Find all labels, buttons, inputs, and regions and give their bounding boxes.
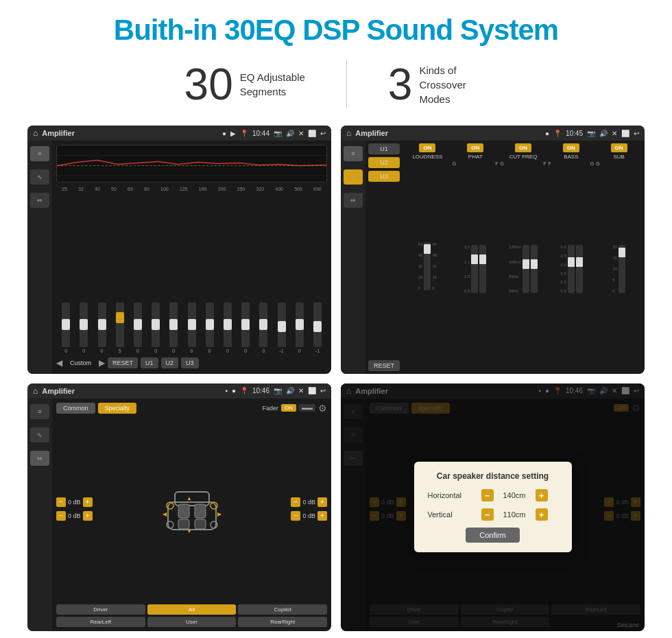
vol-icon-1[interactable]: 🔊	[286, 130, 294, 137]
back-icon-3[interactable]: ↩	[320, 387, 326, 394]
horizontal-minus[interactable]: −	[481, 489, 494, 501]
loudness-section: ON LOUDNESS 64 48 32 16 0	[405, 143, 451, 371]
window-icon-1[interactable]: ⬜	[308, 130, 316, 137]
u2-button-1[interactable]: U2	[161, 357, 179, 368]
close-icon-3[interactable]: ✕	[298, 387, 304, 394]
home-icon-3[interactable]: ⌂	[33, 386, 38, 396]
sidebar-btn-vol-3[interactable]: ⇔	[30, 451, 49, 466]
custom-label: Custom	[65, 357, 96, 368]
driver-btn-3[interactable]: Driver	[56, 604, 145, 615]
settings-icon-3[interactable]: ⚙	[318, 403, 327, 414]
fader-slider-3[interactable]: ▬▬	[299, 404, 315, 412]
cutfreq-toggle[interactable]: ON	[515, 143, 531, 152]
bass-slider-g[interactable]	[576, 245, 583, 293]
confirm-button[interactable]: Confirm	[466, 528, 520, 543]
reset-btn-2[interactable]: RESET	[368, 360, 400, 371]
phat-toggle[interactable]: ON	[467, 143, 483, 152]
prev-arrow[interactable]: ◀	[56, 358, 62, 368]
copilot-btn-3[interactable]: Copilot	[238, 604, 327, 615]
db-minus-2[interactable]: −	[56, 511, 66, 521]
pin-icon-2: 📍	[553, 130, 562, 137]
phat-slider-f[interactable]	[479, 245, 486, 293]
svg-text:▲: ▲	[187, 495, 192, 501]
tab-specialty-3[interactable]: Specialty	[98, 403, 137, 414]
db-minus-4[interactable]: −	[291, 511, 300, 521]
sidebar-btn-wave-2[interactable]: ∿	[344, 169, 363, 185]
db-minus-1[interactable]: −	[56, 497, 66, 507]
u1-button-1[interactable]: U1	[141, 357, 158, 368]
home-icon-1[interactable]: ⌂	[33, 128, 38, 138]
db-plus-2[interactable]: +	[83, 511, 93, 521]
left-sidebar-2: ≡ ∿ ⇔	[341, 141, 365, 374]
speaker-grid: − 0 dB + − 0 dB +	[56, 419, 327, 600]
user-btn-3[interactable]: User	[147, 617, 237, 627]
back-icon-1[interactable]: ↩	[320, 130, 326, 137]
horizontal-value: 140cm	[499, 491, 530, 499]
u1-btn-2[interactable]: U1	[368, 143, 400, 154]
sidebar-btn-eq-1[interactable]: ≡	[30, 146, 49, 161]
phat-section: ON PHAT GF 3.0 2.1 1.3 0.5	[453, 143, 499, 371]
fader-on-3[interactable]: ON	[281, 404, 296, 412]
loudness-toggle[interactable]: ON	[419, 143, 435, 152]
sidebar-btn-wave-3[interactable]: ∿	[30, 427, 49, 442]
eq-slider-11: 0	[255, 303, 272, 353]
sidebar-btn-eq-2[interactable]: ≡	[344, 146, 363, 161]
sub-slider[interactable]	[619, 245, 625, 293]
u2-btn-2[interactable]: U2	[368, 157, 400, 168]
u3-btn-2[interactable]: U3	[368, 171, 400, 182]
all-btn-3[interactable]: All	[147, 604, 237, 615]
loudness-slider[interactable]	[424, 242, 431, 290]
sidebar-btn-vol-2[interactable]: ⇔	[344, 193, 363, 208]
eq-main-area: 25 32 40 50 63 80 100 125 160 200 250 32…	[52, 141, 331, 374]
status-bar-1: ⌂ Amplifier ● ▶ 📍 10:44 📷 🔊 ✕ ⬜ ↩	[27, 126, 331, 141]
svg-text:◀: ◀	[163, 511, 167, 517]
cam-icon-3[interactable]: 📷	[274, 387, 282, 394]
speaker-btns-grid: Driver All Copilot RearLeft User RearRig…	[56, 604, 327, 627]
home-icon-2[interactable]: ⌂	[346, 128, 351, 138]
db-plus-1[interactable]: +	[83, 497, 93, 507]
db-plus-4[interactable]: +	[317, 511, 327, 521]
db-minus-3[interactable]: −	[291, 497, 300, 507]
screen-2-content: ≡ ∿ ⇔ U1 U2 U3 RESET ON LOUDNESS	[341, 141, 645, 374]
eq-slider-7: 0	[183, 303, 200, 353]
play-icon-1[interactable]: ▶	[230, 130, 236, 137]
window-icon-2[interactable]: ⬜	[621, 130, 629, 137]
cam-icon-1[interactable]: 📷	[274, 130, 282, 137]
cutfreq-scale: 120Hz 100Hz 80Hz 60Hz	[509, 245, 520, 293]
back-icon-2[interactable]: ↩	[634, 130, 639, 137]
close-icon-1[interactable]: ✕	[298, 130, 304, 137]
cutfreq-slider-f[interactable]	[531, 245, 538, 293]
next-arrow[interactable]: ▶	[99, 358, 105, 368]
db-row-4: − 0 dB +	[291, 511, 327, 521]
phat-slider-g[interactable]	[471, 245, 478, 293]
db-row-3: − 0 dB +	[291, 497, 327, 507]
vertical-minus[interactable]: −	[481, 508, 494, 521]
rearright-btn-3[interactable]: RearRight	[238, 617, 327, 627]
cutfreq-slider-g[interactable]	[523, 245, 529, 293]
reset-button-1[interactable]: RESET	[108, 357, 138, 368]
bass-toggle[interactable]: ON	[563, 143, 579, 152]
screens-grid: ⌂ Amplifier ● ▶ 📍 10:44 📷 🔊 ✕ ⬜ ↩ ≡ ∿ ⇔	[27, 126, 645, 631]
bass-slider-f[interactable]	[568, 245, 575, 293]
window-icon-3[interactable]: ⬜	[308, 387, 316, 394]
rearleft-btn-3[interactable]: RearLeft	[56, 617, 145, 627]
u3-button-1[interactable]: U3	[181, 357, 199, 368]
tab-row-3: Common Specialty Fader ON ▬▬ ⚙	[56, 403, 327, 414]
pin-icon-3: 📍	[240, 387, 248, 394]
tab-common-3[interactable]: Common	[56, 403, 95, 414]
vol-icon-2[interactable]: 🔊	[599, 130, 608, 137]
svg-rect-13	[178, 519, 189, 529]
bass-label: BASS	[564, 154, 578, 160]
db-plus-3[interactable]: +	[317, 497, 327, 507]
close-icon-2[interactable]: ✕	[612, 130, 617, 137]
vol-icon-3[interactable]: 🔊	[286, 387, 294, 394]
svg-rect-14	[195, 519, 206, 529]
sidebar-btn-eq-3[interactable]: ≡	[30, 404, 49, 419]
pin-icon-1: 📍	[240, 130, 248, 137]
cam-icon-2[interactable]: 📷	[587, 130, 595, 137]
sidebar-btn-wave-1[interactable]: ∿	[30, 169, 49, 185]
vertical-plus[interactable]: +	[536, 508, 548, 521]
sidebar-btn-vol-1[interactable]: ⇔	[30, 193, 49, 208]
horizontal-plus[interactable]: +	[536, 489, 548, 501]
sub-toggle[interactable]: ON	[611, 143, 627, 152]
